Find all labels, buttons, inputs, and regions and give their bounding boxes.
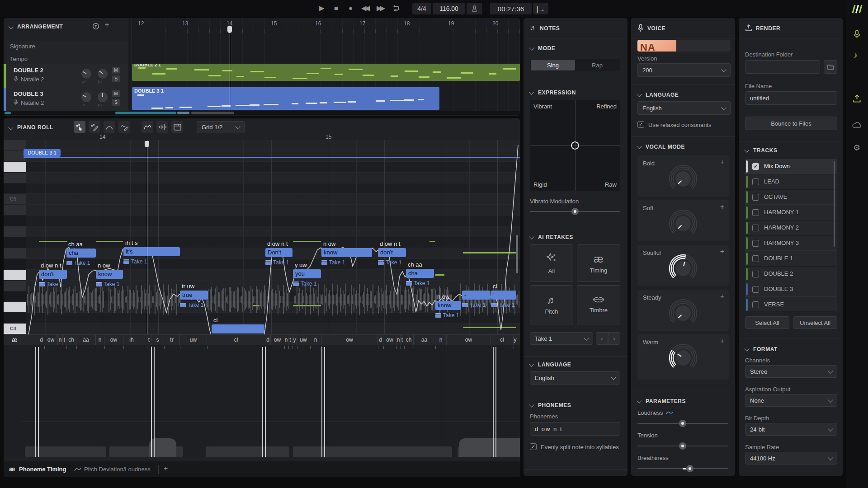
phoneme-segment[interactable]: ih xyxy=(123,335,140,345)
take-next-button[interactable]: › xyxy=(608,332,620,345)
phoneme-spike[interactable] xyxy=(35,347,36,457)
piano-roll-clip-chip[interactable]: DOUBLE 3 1 xyxy=(24,149,61,157)
piano-note[interactable]: Don't xyxy=(265,248,292,257)
stop-button[interactable]: ■ xyxy=(334,4,338,13)
phoneme-spike[interactable] xyxy=(495,347,496,457)
clip-double-2-1[interactable]: DOUBLE 2 1 xyxy=(132,64,520,81)
phoneme-segment[interactable]: d xyxy=(39,335,44,345)
add-parameter-tab-button[interactable]: + xyxy=(164,465,168,473)
loop-icon[interactable] xyxy=(392,5,400,12)
piano-key[interactable] xyxy=(4,302,26,313)
phoneme-segment[interactable]: ow xyxy=(271,335,284,345)
phoneme-segment[interactable]: t xyxy=(288,335,292,345)
take-chip[interactable]: Take 1 xyxy=(123,258,147,265)
take-chip[interactable]: Take 1 xyxy=(462,302,486,308)
cloud-rail-icon[interactable] xyxy=(852,121,862,128)
piano-key[interactable] xyxy=(4,270,26,281)
take-chip[interactable]: Take 1 xyxy=(293,281,316,287)
format-dropdown-channels[interactable]: Stereo xyxy=(745,365,837,378)
expression-handle[interactable] xyxy=(571,141,579,150)
phoneme-segment[interactable]: ow xyxy=(321,335,378,345)
pan-knob[interactable] xyxy=(97,91,108,103)
piano-key[interactable] xyxy=(4,216,26,226)
phoneme-segment[interactable]: ow xyxy=(383,335,396,345)
toggle-waveform[interactable] xyxy=(156,121,168,133)
collapse-piano-roll-icon[interactable] xyxy=(8,125,13,130)
take-chip[interactable]: Take 1 xyxy=(96,281,119,287)
arrangement-track-row[interactable]: DOUBLE 3Natalie 2.ιl|ι|MS xyxy=(4,88,128,113)
format-dropdown-aspiration-output[interactable]: None xyxy=(745,394,837,407)
phoneme-segment[interactable]: ow xyxy=(447,335,491,345)
phoneme-segment[interactable]: ch xyxy=(66,335,76,345)
solo-button[interactable]: S xyxy=(112,99,120,106)
toggle-pitch-curve[interactable] xyxy=(142,121,153,133)
signature-row[interactable]: Signature xyxy=(4,41,128,54)
phoneme-segment[interactable]: s xyxy=(151,335,164,345)
phoneme-segment[interactable]: cl xyxy=(491,335,514,345)
piano-key[interactable] xyxy=(4,162,26,173)
evenly-split-checkbox[interactable]: ✓ xyxy=(530,443,537,450)
grid-size-dropdown[interactable]: Grid 1/2 xyxy=(197,121,245,133)
piano-note[interactable]: you xyxy=(293,269,321,278)
take-prev-button[interactable]: ‹ xyxy=(596,332,608,345)
clip-double-3-1[interactable]: DOUBLE 3 1 xyxy=(132,87,439,110)
mute-button[interactable]: M xyxy=(112,67,120,74)
time-signature[interactable]: 4/4 xyxy=(412,3,431,14)
take-chip[interactable]: Take 1 xyxy=(491,302,514,308)
notes-rail-icon[interactable]: ♪ xyxy=(854,51,858,60)
ai-retake-all-button[interactable]: All xyxy=(530,244,573,282)
piano-note[interactable]: don't xyxy=(39,270,67,279)
piano-key[interactable] xyxy=(4,140,26,151)
phoneme-segment[interactable]: ch xyxy=(404,335,414,345)
piano-key[interactable] xyxy=(4,313,26,324)
tool-select[interactable] xyxy=(74,121,85,133)
arrangement-scrollbar[interactable] xyxy=(4,111,520,115)
play-button[interactable]: ▶ xyxy=(319,4,325,13)
piano-roll-playhead[interactable] xyxy=(147,140,147,341)
param-breathiness-handle[interactable] xyxy=(686,465,693,472)
follow-playhead-toggle[interactable]: |→ xyxy=(533,3,548,14)
phoneme-spike[interactable] xyxy=(265,347,266,457)
pan-knob[interactable] xyxy=(97,68,108,80)
tool-pitch-draw[interactable] xyxy=(118,121,130,133)
phoneme-spike[interactable] xyxy=(151,347,152,457)
piano-note[interactable]: know xyxy=(435,301,461,310)
phoneme-segment[interactable]: n xyxy=(96,335,104,345)
arrangement-track-row[interactable]: DOUBLE 2Natalie 2.ιl|ι|MS xyxy=(4,64,128,88)
phoneme-segment[interactable]: uw xyxy=(297,335,310,345)
phoneme-segment[interactable]: d xyxy=(265,335,271,345)
take-chip[interactable]: Take 1 xyxy=(378,259,401,266)
phoneme-spike[interactable] xyxy=(154,347,155,457)
volume-knob[interactable] xyxy=(80,91,92,103)
phoneme-segment[interactable]: ow xyxy=(44,335,58,345)
piano-key[interactable] xyxy=(4,205,26,216)
note-language-dropdown[interactable]: English xyxy=(530,371,620,385)
take-chip[interactable]: Take 1 xyxy=(406,280,429,286)
phoneme-segment[interactable]: ow xyxy=(104,335,123,345)
piano-note[interactable]: true xyxy=(180,291,208,300)
piano-key[interactable] xyxy=(4,291,26,302)
phoneme-segment[interactable]: aa xyxy=(414,335,435,345)
piano-note[interactable]: don't xyxy=(378,248,406,257)
phoneme-segment[interactable]: uw xyxy=(180,335,207,345)
phoneme-segment[interactable]: t xyxy=(147,335,151,345)
arrangement-playhead[interactable] xyxy=(230,26,230,111)
phoneme-spike[interactable] xyxy=(493,347,494,457)
volume-knob[interactable] xyxy=(80,68,92,80)
take-chip[interactable]: Take 1 xyxy=(321,259,345,266)
piano-note[interactable] xyxy=(212,324,264,333)
piano-roll-playhead-head[interactable] xyxy=(145,141,149,147)
phoneme-spike[interactable] xyxy=(324,347,325,457)
take-dropdown[interactable]: Take 1 xyxy=(530,332,593,345)
mode-sing-button[interactable]: Sing xyxy=(531,60,575,70)
time-display[interactable]: 00:27:36 xyxy=(490,3,532,14)
phoneme-segment[interactable]: t xyxy=(401,335,404,345)
mute-button[interactable]: M xyxy=(112,90,120,97)
tool-pitch-arc[interactable] xyxy=(104,121,115,133)
piano-note[interactable]: - xyxy=(462,291,491,300)
metronome-toggle[interactable] xyxy=(467,3,482,14)
piano-note[interactable]: it's xyxy=(123,247,180,256)
take-chip[interactable]: Take 1 xyxy=(180,302,203,308)
param-loudness-handle[interactable] xyxy=(679,420,686,427)
ai-retake-timing-button[interactable]: æ Timing xyxy=(577,244,620,282)
